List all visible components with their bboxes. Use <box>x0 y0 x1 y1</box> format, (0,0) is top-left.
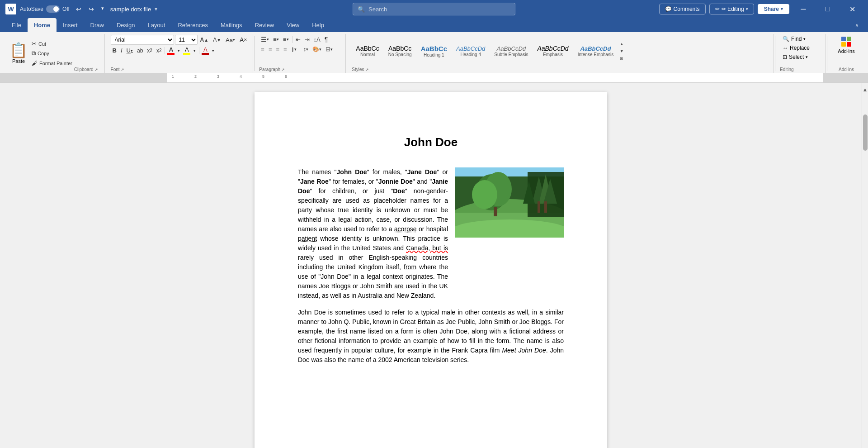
font-divider2 <box>199 47 199 54</box>
replace-button[interactable]: ↔ Replace <box>780 44 812 52</box>
change-case-button[interactable]: Aa▾ <box>224 36 237 44</box>
filename-dropdown[interactable]: ▾ <box>155 6 157 12</box>
borders-button[interactable]: ⊟▾ <box>324 45 335 53</box>
find-replace-area: 🔍 Find ▾ ↔ Replace ⊡ Select ▾ <box>780 35 812 61</box>
tab-design[interactable]: Design <box>110 18 141 32</box>
share-button[interactable]: Share ▾ <box>758 4 789 14</box>
editing-mode-button[interactable]: ✏ ✏ Editing ▾ <box>709 4 754 14</box>
sort-button[interactable]: ↕A <box>312 35 322 44</box>
ruler-mark-5: 5 <box>262 74 264 79</box>
italic-button[interactable]: I <box>119 46 124 55</box>
editing-group: 🔍 Find ▾ ↔ Replace ⊡ Select ▾ Editing <box>776 34 826 73</box>
paragraph-expand-icon[interactable]: ↗ <box>281 67 285 72</box>
style-intense-emphasis[interactable]: AaBbCcDd Intense Emphasis <box>574 43 618 59</box>
scroll-up-button[interactable]: ▲ <box>862 83 868 96</box>
paste-button[interactable]: 📋 Paste <box>7 35 30 72</box>
bold-button[interactable]: B <box>111 46 118 55</box>
align-center-button[interactable]: ≡ <box>267 45 274 53</box>
close-button[interactable]: ✕ <box>842 0 863 18</box>
style-normal[interactable]: AaBbCc Normal <box>352 43 383 59</box>
increase-indent-button[interactable]: ⇥ <box>303 35 311 44</box>
justify-button[interactable]: ≡ <box>282 45 289 53</box>
styles-scroll-down-button[interactable]: ▼ <box>619 48 625 54</box>
scroll-thumb[interactable] <box>863 114 868 151</box>
style-no-spacing[interactable]: AaBbCc No Spacing <box>384 43 416 59</box>
redo-button[interactable]: ↪ <box>86 4 97 14</box>
tab-draw[interactable]: Draw <box>84 18 110 32</box>
search-box[interactable]: 🔍 Search <box>353 3 515 15</box>
superscript-button[interactable]: x2 <box>155 47 164 55</box>
style-heading4[interactable]: AaBbCcDd Heading 4 <box>452 43 489 59</box>
columns-button[interactable]: ⫿▾ <box>289 45 298 53</box>
styles-expand-icon[interactable]: ↗ <box>365 67 369 72</box>
underline-button[interactable]: U▾ <box>125 46 135 55</box>
comments-button[interactable]: 💬 Comments <box>659 4 706 14</box>
highlight-color-button[interactable]: A <box>182 46 191 55</box>
tab-view[interactable]: View <box>280 18 306 32</box>
style-heading1[interactable]: AaBbCc Heading 1 <box>417 43 451 60</box>
ribbon-collapse-button[interactable]: ∧ <box>851 19 863 32</box>
tab-review[interactable]: Review <box>249 18 281 32</box>
decrease-font-button[interactable]: A▼ <box>211 36 223 44</box>
decrease-indent-button[interactable]: ⇤ <box>294 35 302 44</box>
autosave-state: Off <box>62 6 70 12</box>
cut-button[interactable]: ✂ Cut <box>30 39 74 48</box>
align-right-button[interactable]: ≡ <box>274 45 282 53</box>
scrollbar-right[interactable]: ▲ ▼ <box>862 83 868 448</box>
line-spacing-button[interactable]: ↕▾ <box>302 45 311 53</box>
multilevel-button[interactable]: ≡▾ <box>281 35 291 44</box>
font-size-select[interactable]: 11 <box>175 35 198 45</box>
font-expand-icon[interactable]: ↗ <box>121 67 124 72</box>
style-no-spacing-preview: AaBbCc <box>388 45 411 52</box>
numbering-button[interactable]: ≡▾ <box>271 35 281 44</box>
italic-meet-john-doe: Meet John Doe <box>502 347 546 354</box>
clear-format-button[interactable]: A✕ <box>238 35 249 44</box>
undo-button[interactable]: ↩ <box>73 4 84 14</box>
bullets-button[interactable]: ☰▾ <box>259 35 271 44</box>
subscript-button[interactable]: x2 <box>145 47 154 55</box>
tab-insert[interactable]: Insert <box>57 18 84 32</box>
styles-more-button[interactable]: ⊞ <box>619 55 624 62</box>
title-center: 🔍 Search <box>353 3 515 15</box>
divider-4 <box>775 36 775 71</box>
font-family-select[interactable]: Arial <box>111 35 174 45</box>
style-subtle-emphasis[interactable]: AaBbCcDd Subtle Emphasis <box>490 43 532 59</box>
scroll-track[interactable] <box>862 169 868 448</box>
clipboard-expand-icon[interactable]: ↗ <box>94 67 98 72</box>
editing-label: ✏ Editing <box>722 6 744 12</box>
paragraph-1: The names "John Doe" for males, "Jane Do… <box>298 167 448 300</box>
paragraph-marks-button[interactable]: ¶ <box>323 35 330 44</box>
tab-layout[interactable]: Layout <box>141 18 171 32</box>
select-button[interactable]: ⊡ Select ▾ <box>780 53 812 61</box>
tab-help[interactable]: Help <box>306 18 330 32</box>
minimize-button[interactable]: ─ <box>793 0 814 18</box>
text-color-button[interactable]: A <box>166 46 175 55</box>
tab-file[interactable]: File <box>5 18 28 32</box>
shading-button[interactable]: 🎨▾ <box>311 45 323 53</box>
customize-button[interactable]: ▾ <box>99 4 107 14</box>
addins-button[interactable]: Add-ins <box>836 35 856 56</box>
tab-references[interactable]: References <box>171 18 214 32</box>
clipboard-group-label: Clipboard ↗ <box>74 67 101 72</box>
svg-point-9 <box>472 180 497 209</box>
increase-font-button[interactable]: A▲ <box>198 36 211 44</box>
format-painter-button[interactable]: 🖌 Format Painter <box>30 59 74 67</box>
styles-scroll-up-button[interactable]: ▲ <box>619 41 625 47</box>
document-scroll[interactable]: John Doe The names "John Doe" for males,… <box>0 83 862 448</box>
addins-icon <box>841 37 851 47</box>
highlight-dropdown[interactable]: ▾ <box>192 48 198 54</box>
font-color-dropdown[interactable]: ▾ <box>210 48 216 54</box>
style-emphasis[interactable]: AaBbCcDd Emphasis <box>533 43 572 59</box>
autosave-toggle[interactable] <box>46 5 60 13</box>
copy-button[interactable]: ⧉ Copy <box>30 49 74 58</box>
maximize-button[interactable]: □ <box>817 0 838 18</box>
find-button[interactable]: 🔍 Find ▾ <box>780 35 812 43</box>
font-color-button2[interactable]: A <box>201 46 210 55</box>
document-image <box>455 167 564 238</box>
tab-home[interactable]: Home <box>28 18 57 32</box>
tab-mailings[interactable]: Mailings <box>214 18 249 32</box>
text-color-dropdown[interactable]: ▾ <box>176 48 182 54</box>
strikethrough-button[interactable]: ab <box>135 47 145 55</box>
align-left-button[interactable]: ≡ <box>259 45 266 53</box>
ribbon-tabs: File Home Insert Draw Design Layout Refe… <box>0 18 868 32</box>
